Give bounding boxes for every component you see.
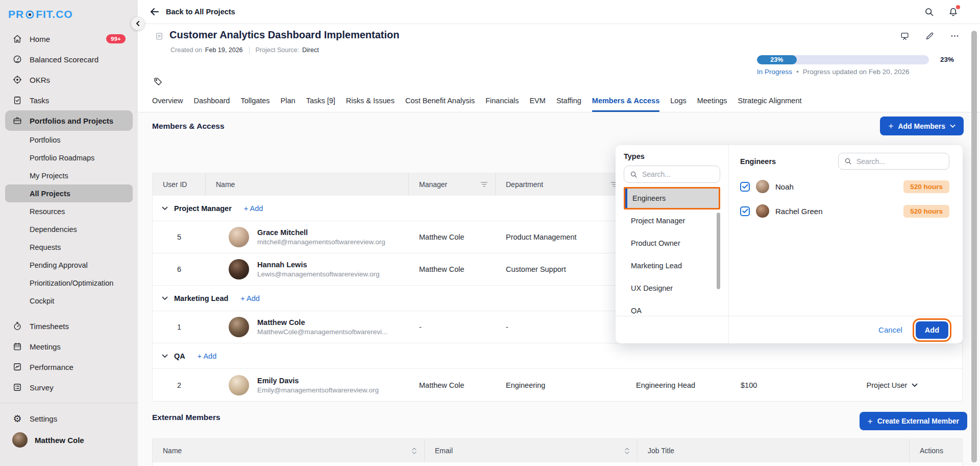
progress-value: 23% [940,56,954,63]
tab-overview[interactable]: Overview [152,97,183,112]
notifications-bell-icon[interactable] [948,7,959,17]
sort-icon[interactable] [411,448,417,454]
sidebar-item-settings[interactable]: ⚙ Settings [5,408,133,429]
page-scrollbar[interactable] [971,31,977,462]
status-badge[interactable]: In Progress [757,68,792,76]
sidebar-user[interactable]: Matthew Cole [5,429,133,451]
sidebar-divider [0,403,138,403]
role-dropdown[interactable]: Project User [822,381,962,389]
tag-icon[interactable] [153,77,163,86]
sidebar-item-label: Settings [30,414,57,423]
type-option-product-owner[interactable]: Product Owner [624,232,720,254]
sidebar-item-my-projects[interactable]: My Projects [5,167,133,184]
member-department: Product Management [496,233,626,241]
sidebar-item-cockpit[interactable]: Cockpit [5,292,133,310]
add-member-link[interactable]: + Add [244,204,263,213]
table-row[interactable]: 2 Emily Davis Emily@managementsoftwarere… [153,369,962,401]
sidebar-item-prioritization-optimization[interactable]: Prioritization/Optimization [5,274,133,292]
user-id: 6 [153,265,206,273]
list-scrollbar[interactable] [717,213,720,289]
search-icon[interactable] [924,7,935,17]
chevron-down-icon[interactable] [162,354,168,358]
tab-evm[interactable]: EVM [529,97,545,112]
tab-meetings[interactable]: Meetings [697,97,727,112]
sidebar-item-home[interactable]: Home 99+ [5,29,133,49]
filter-icon[interactable] [480,181,488,188]
sidebar-item-label: Tasks [30,96,49,105]
sidebar-item-label: OKRs [30,76,50,84]
chevron-down-icon [950,124,955,128]
tab-cost-benefit-analysis[interactable]: Cost Benefit Analysis [405,97,475,112]
tab-tollgates[interactable]: Tollgates [240,97,270,112]
chevron-down-icon[interactable] [162,206,168,211]
sidebar-item-portfolios[interactable]: Portfolios [5,131,133,149]
add-members-button[interactable]: + Add Members [880,116,964,135]
sidebar-item-tasks[interactable]: Tasks [5,90,133,110]
add-member-link[interactable]: + Add [198,352,217,360]
create-external-member-label: Create External Member [877,417,959,425]
sidebar-item-resources[interactable]: Resources [5,202,133,220]
sidebar-item-label: Meetings [30,342,61,351]
tab-financials[interactable]: Financials [485,97,519,112]
person-checkbox[interactable] [740,182,750,192]
tab-members-access[interactable]: Members & Access [592,97,659,112]
sidebar-collapse-button[interactable] [131,17,144,30]
edit-pencil-icon[interactable] [925,31,935,41]
add-member-link[interactable]: + Add [240,294,260,302]
tab-staffing[interactable]: Staffing [556,97,581,112]
status-separator: • [796,68,799,76]
sidebar-item-portfolios-and-projects[interactable]: Portfolios and Projects [5,110,133,131]
type-option-engineers[interactable]: Engineers [624,187,720,209]
sidebar-item-dependencies[interactable]: Dependencies [5,220,133,238]
back-to-all-projects[interactable]: Back to All Projects [150,8,235,16]
sidebar-item-meetings[interactable]: Meetings [5,336,133,357]
type-option-project-manager[interactable]: Project Manager [624,209,720,232]
tab-dashboard[interactable]: Dashboard [193,97,230,112]
sidebar-item-label: Performance [30,363,74,371]
tab-tasks[interactable]: Tasks [9] [306,97,335,112]
presentation-board-icon[interactable] [900,31,910,41]
people-search [838,153,949,170]
member-job-title: Engineering Head [626,381,730,389]
profit-co-logo[interactable]: PR FIT.CO [0,5,138,29]
sidebar-item-survey[interactable]: Survey [5,377,133,398]
add-button[interactable]: Add [916,321,948,339]
person-checkbox[interactable] [740,206,750,216]
sidebar-item-okrs[interactable]: OKRs [5,69,133,90]
document-icon [155,32,164,41]
project-tabs: Overview Dashboard Tollgates Plan Tasks … [152,97,801,112]
sidebar-item-all-projects[interactable]: All Projects [5,184,133,202]
home-icon [12,34,22,44]
sidebar-item-timesheets[interactable]: Timesheets [5,316,133,336]
list-item[interactable]: Rachel Green 520 hours [740,204,949,218]
type-option-ux-designer[interactable]: UX Designer [624,277,720,299]
chevron-down-icon[interactable] [162,296,168,300]
tab-logs[interactable]: Logs [670,97,686,112]
sort-icon[interactable] [624,448,630,454]
sidebar-item-pending-approval[interactable]: Pending Approval [5,256,133,274]
tab-plan[interactable]: Plan [281,97,296,112]
gauge-icon [12,54,22,64]
type-option-qa[interactable]: QA [624,299,720,314]
more-options-icon[interactable] [950,31,960,41]
status-line: In Progress • Progress updated on Feb 20… [757,68,909,76]
sidebar-item-performance[interactable]: Performance [5,357,133,377]
hours-badge: 520 hours [903,180,949,193]
cancel-button[interactable]: Cancel [878,325,902,334]
sidebar-item-requests[interactable]: Requests [5,238,133,256]
people-search-input[interactable] [856,157,943,166]
sidebar-item-portfolio-roadmaps[interactable]: Portfolio Roadmaps [5,149,133,167]
tab-strategic-alignment[interactable]: Strategic Alignment [738,97,802,112]
survey-list-icon [12,382,22,392]
member-name: Emily Davis [257,377,379,385]
create-external-member-button[interactable]: + Create External Member [860,412,967,430]
column-header-job-title: Job Title [638,439,910,462]
column-header-actions: Actions [910,439,963,462]
type-option-marketing-lead[interactable]: Marketing Lead [624,254,720,277]
stopwatch-icon [12,321,22,331]
tab-risks-issues[interactable]: Risks & Issues [346,97,395,112]
types-search-input[interactable] [642,170,714,178]
member-manager: - [409,323,496,331]
list-item[interactable]: Noah 520 hours [740,180,949,193]
sidebar-item-balanced-scorecard[interactable]: Balanced Scorecard [5,49,133,69]
